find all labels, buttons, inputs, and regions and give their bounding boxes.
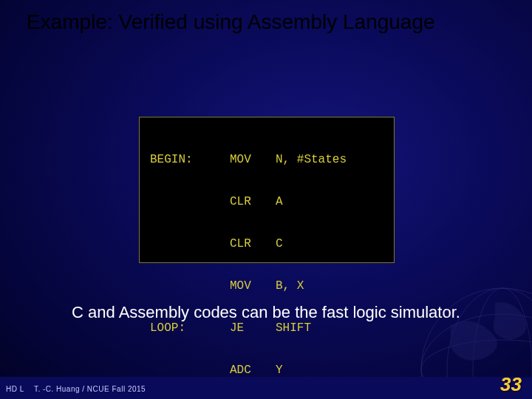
slide-title: Example: Verified using Assembly Languag… [27, 10, 435, 34]
code-arg: SHIFT [276, 321, 383, 335]
svg-point-3 [421, 314, 532, 377]
svg-point-2 [421, 340, 532, 377]
code-op: MOV [230, 279, 276, 293]
code-label [150, 364, 230, 378]
svg-point-5 [447, 288, 532, 377]
code-arg: B, X [276, 279, 383, 293]
code-label [150, 279, 230, 293]
code-row: BEGIN:MOVN, #States [150, 153, 383, 167]
code-row: MOVB, X [150, 279, 383, 293]
code-label [150, 237, 230, 251]
slide-caption: C and Assembly codes can be the fast log… [0, 303, 532, 322]
code-row: CLRC [150, 237, 383, 251]
code-op: ADC [230, 364, 276, 378]
code-arg: N, #States [276, 153, 383, 167]
code-label [150, 195, 230, 209]
code-arg: C [276, 237, 383, 251]
footer-credit: HD L T. -C. Huang / NCUE Fall 2015 [6, 385, 146, 393]
code-op: JE [230, 321, 276, 335]
svg-point-4 [473, 288, 532, 377]
svg-point-1 [421, 288, 532, 377]
code-op: CLR [230, 237, 276, 251]
footer-tag: HD L [6, 385, 24, 393]
globe-decoration-icon [406, 281, 532, 377]
code-row: LOOP:JESHIFT [150, 321, 383, 335]
code-label: LOOP: [150, 321, 230, 335]
code-row: CLRA [150, 195, 383, 209]
code-op: CLR [230, 195, 276, 209]
code-op: MOV [230, 153, 276, 167]
assembly-code-block: BEGIN:MOVN, #States CLRA CLRC MOVB, X LO… [139, 117, 395, 263]
code-row: ADCY [150, 364, 383, 378]
code-label: BEGIN: [150, 153, 230, 167]
footer-author: T. -C. Huang / NCUE Fall 2015 [34, 385, 146, 393]
code-arg: A [276, 195, 383, 209]
page-number: 33 [500, 373, 522, 396]
code-arg: Y [276, 364, 383, 378]
